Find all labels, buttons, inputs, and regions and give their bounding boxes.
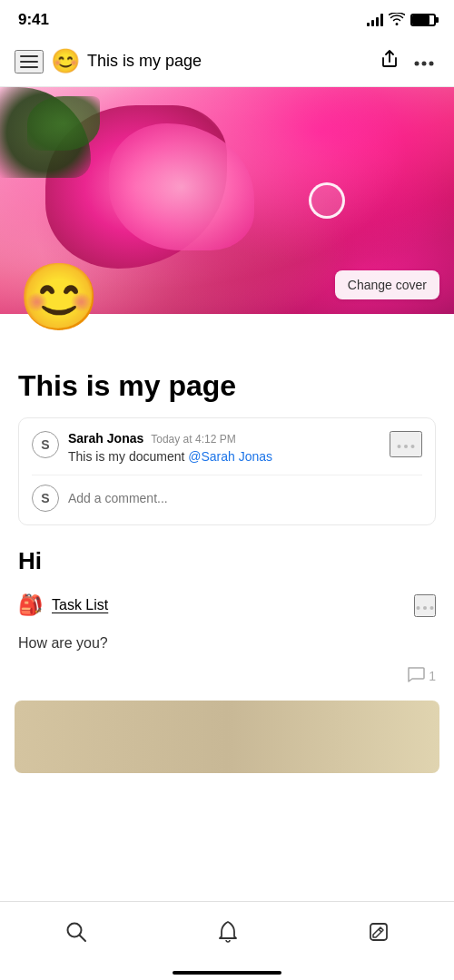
task-more-button[interactable] [414, 594, 436, 617]
nav-bar: 😊 This is my page [0, 36, 454, 87]
more-options-button[interactable] [409, 46, 439, 76]
hamburger-menu-button[interactable] [15, 50, 44, 74]
body-greeting: Hi [18, 547, 436, 575]
preview-card [15, 701, 439, 773]
search-tab-button[interactable] [46, 915, 106, 955]
svg-point-2 [429, 62, 434, 66]
page-title: This is my page [18, 368, 436, 403]
leaf-decoration-2 [27, 96, 100, 151]
main-content: This is my page S Sarah Jonas Today at 4… [0, 368, 454, 773]
status-icons [367, 13, 436, 28]
tab-bar [0, 901, 454, 980]
svg-point-1 [422, 62, 427, 66]
task-list-emoji: 🎒 [18, 593, 43, 617]
body-content: Hi 🎒 Task List How are you? 1 [18, 547, 436, 773]
task-list-item: 🎒 Task List [18, 593, 436, 617]
svg-point-4 [404, 445, 408, 448]
wifi-icon [389, 13, 405, 28]
comment-author: Sarah Jonas [68, 431, 143, 446]
svg-point-0 [415, 62, 419, 66]
comment-text: This is my document @Sarah Jonas [68, 449, 380, 464]
comment-count: 1 [429, 669, 436, 683]
add-comment-avatar: S [32, 485, 59, 512]
change-cover-button[interactable]: Change cover [335, 270, 439, 299]
signal-bars-icon [367, 14, 383, 26]
nav-actions [374, 44, 439, 79]
comment-more-button[interactable] [390, 431, 422, 457]
battery-icon [410, 14, 436, 26]
notifications-tab-button[interactable] [199, 915, 257, 955]
add-comment-row: S [32, 475, 422, 512]
page-emoji-wrapper: 😊 [0, 314, 454, 359]
nav-page-title: This is my page [87, 52, 374, 71]
svg-point-8 [430, 606, 434, 610]
comment-count-row: 1 [18, 666, 436, 686]
edit-tab-button[interactable] [350, 916, 408, 954]
share-button[interactable] [374, 44, 405, 79]
status-bar: 9:41 [0, 0, 454, 36]
page-icon-emoji: 😊 [18, 264, 100, 329]
home-indicator [173, 971, 281, 975]
svg-line-12 [379, 929, 381, 932]
comment-body-text: This is my document [68, 449, 184, 464]
svg-point-5 [411, 445, 415, 448]
svg-point-6 [417, 606, 420, 610]
comment-mention: @Sarah Jonas [188, 449, 272, 464]
comment-header: Sarah Jonas Today at 4:12 PM [68, 431, 380, 446]
comment-content: Sarah Jonas Today at 4:12 PM This is my … [68, 431, 380, 464]
svg-point-3 [398, 445, 401, 448]
comment-avatar: S [32, 431, 59, 458]
nav-page-emoji: 😊 [51, 47, 80, 75]
status-time: 9:41 [18, 11, 49, 29]
comment-time: Today at 4:12 PM [151, 433, 235, 446]
task-list-label[interactable]: Task List [52, 597, 108, 613]
svg-point-7 [423, 606, 427, 610]
comment-row: S Sarah Jonas Today at 4:12 PM This is m… [32, 431, 422, 464]
cover-circle-button[interactable] [309, 182, 345, 219]
add-comment-input[interactable] [68, 491, 422, 505]
task-list-left: 🎒 Task List [18, 593, 108, 617]
comment-block: S Sarah Jonas Today at 4:12 PM This is m… [18, 417, 436, 525]
comment-count-icon [407, 666, 425, 686]
svg-line-10 [80, 936, 86, 942]
body-text: How are you? [18, 635, 436, 652]
